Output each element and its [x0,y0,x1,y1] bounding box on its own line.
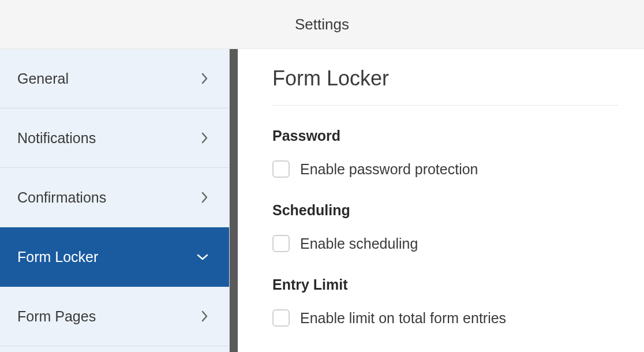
checkbox-row-scheduling: Enable scheduling [272,235,644,252]
chevron-right-icon [201,310,208,322]
checkbox-label: Enable limit on total form entries [300,310,506,327]
sidebar-item-label: General [17,70,69,87]
sidebar-item-label: Form Pages [17,308,96,325]
checkbox-row-entry-limit: Enable limit on total form entries [272,309,644,327]
sidebar-item-form-locker[interactable]: Form Locker [0,227,229,287]
checkbox-label: Enable scheduling [300,235,418,252]
vertical-divider [230,49,238,352]
chevron-down-icon [197,254,208,261]
section-heading-scheduling: Scheduling [272,202,644,219]
chevron-right-icon [201,73,208,84]
content-panel: Form Locker Password Enable password pro… [238,49,644,352]
checkbox-row-password: Enable password protection [272,160,644,178]
sidebar: General Notifications Confirmations Form… [0,49,230,352]
sidebar-item-notifications[interactable]: Notifications [0,108,229,168]
sidebar-item-form-pages[interactable]: Form Pages [0,287,229,346]
sidebar-item-general[interactable]: General [0,49,229,108]
sidebar-item-label: Confirmations [17,189,106,206]
checkbox-enable-scheduling[interactable] [272,235,290,252]
checkbox-label: Enable password protection [300,161,478,178]
content-divider [272,105,619,106]
sidebar-item-confirmations[interactable]: Confirmations [0,168,229,227]
section-heading-entry-limit: Entry Limit [272,276,644,293]
checkbox-entry-limit[interactable] [272,309,290,327]
chevron-right-icon [201,132,208,144]
sidebar-item-label: Notifications [17,130,96,147]
checkbox-password-protection[interactable] [272,160,290,178]
header: Settings [0,0,644,49]
content-title: Form Locker [272,66,644,91]
page-title: Settings [295,16,349,33]
sidebar-item-label: Form Locker [17,249,98,265]
section-heading-password: Password [272,128,644,144]
chevron-right-icon [201,192,208,203]
main-container: General Notifications Confirmations Form… [0,49,644,352]
